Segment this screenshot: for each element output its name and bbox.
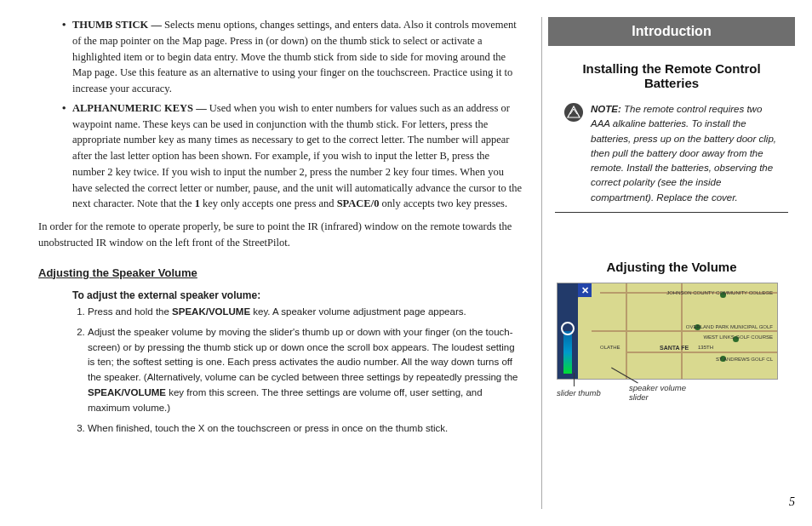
close-button[interactable]: ✕ (578, 283, 592, 297)
map-captions: slider thumb speaker volume slider (557, 381, 778, 415)
callout-line (574, 373, 575, 386)
feature-bullets: THUMB STICK — Selects menu options, chan… (38, 17, 523, 212)
map-label: SANTA FE (660, 345, 689, 351)
map-screenshot: JOHNSON COUNTY COMMUNITY COLLEGE OVERLAN… (557, 283, 778, 380)
note-body: The remote control requires two AAA alka… (591, 104, 776, 203)
note-label: NOTE: (591, 104, 621, 114)
main-content: THUMB STICK — Selects menu options, chan… (38, 17, 548, 509)
section-header: Introduction (548, 17, 795, 46)
map-label: 135TH (698, 345, 713, 350)
bullet-text-mid: key only accepts one press and (200, 197, 337, 209)
map-road (592, 330, 777, 332)
map-label: OLATHE (600, 345, 620, 350)
map-road (626, 283, 627, 379)
volume-slider-fill (563, 331, 572, 374)
bullet-text-after: only accepts two key presses. (379, 197, 507, 209)
step-3: When finished, touch the X on the touchs… (88, 421, 523, 437)
map-label: ST ANDREWS GOLF CL (716, 357, 773, 362)
volume-steps: Press and hold the SPEAK/VOLUME key. A s… (38, 305, 523, 437)
step-2: Adjust the speaker volume by moving the … (88, 325, 523, 416)
bullet-label: THUMB STICK — (72, 19, 164, 31)
volume-heading-sidebar: Adjusting the Volume (557, 260, 786, 274)
bullet-thumbstick: THUMB STICK — Selects menu options, chan… (72, 17, 523, 97)
batteries-heading: Installing the Remote Control Batteries (557, 61, 786, 90)
volume-subheading: To adjust the external speaker volume: (72, 288, 523, 303)
map-label: WEST LINKS GOLF COURSE (703, 334, 773, 340)
note-text: NOTE: The remote control requires two AA… (591, 102, 780, 205)
map-road (626, 352, 777, 353)
bullet-alphanumeric: ALPHANUMERIC KEYS — Used when you wish t… (72, 100, 523, 212)
volume-slider-thumb[interactable] (561, 322, 575, 335)
warning-icon (563, 102, 584, 123)
caption-slider-thumb: slider thumb (557, 388, 601, 397)
step-1: Press and hold the SPEAK/VOLUME key. A s… (88, 305, 523, 320)
map-road (681, 283, 683, 379)
divider (541, 17, 542, 509)
ir-instruction: In order for the remote to operate prope… (38, 219, 523, 251)
note-box: NOTE: The remote control requires two AA… (555, 99, 788, 213)
volume-heading: Adjusting the Speaker Volume (38, 265, 523, 282)
bullet-label: ALPHANUMERIC KEYS — (72, 102, 209, 114)
page-number: 5 (789, 495, 795, 509)
volume-slider-track[interactable] (558, 283, 578, 379)
bullet-text-before: Used when you wish to enter numbers for … (72, 102, 522, 210)
map-label: JOHNSON COUNTY COMMUNITY COLLEGE (666, 290, 773, 295)
key-space0: SPACE/0 (337, 197, 380, 209)
sidebar: Introduction Installing the Remote Contr… (548, 17, 795, 509)
caption-volume-slider: speaker volume slider (629, 383, 697, 402)
map-label: OVERLAND PARK MUNICIPAL GOLF (686, 324, 773, 329)
